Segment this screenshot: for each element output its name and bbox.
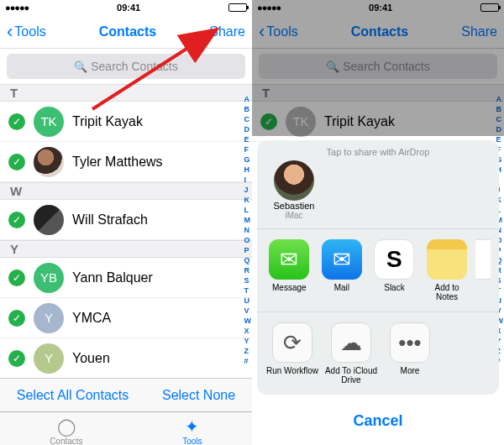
actions-row: ⟳ Run Workflow ☁ Add To iCloud Drive •••…: [257, 312, 499, 395]
index-letter[interactable]: V: [244, 306, 252, 316]
airdrop-item[interactable]: Sebastien iMac: [269, 160, 319, 220]
modal-backdrop[interactable]: [252, 0, 504, 136]
action-label: Add To iCloud Drive: [324, 366, 378, 385]
index-letter[interactable]: T: [244, 285, 252, 296]
index-letter[interactable]: A: [244, 94, 252, 104]
index-letter[interactable]: I: [244, 175, 252, 185]
index-letter[interactable]: F: [244, 144, 252, 154]
contacts-list: T ✓ TK Tripit Kayak ✓ Tyler Matthews W ✓…: [0, 84, 252, 378]
index-letter[interactable]: P: [244, 245, 252, 255]
avatar: [34, 205, 64, 235]
more-icon: •••: [390, 322, 430, 363]
contact-row[interactable]: ✓ YB Yann Balquer: [0, 258, 252, 298]
index-letter[interactable]: U: [244, 296, 252, 306]
contacts-icon: ◯: [56, 416, 76, 437]
app-label: Message: [272, 283, 307, 292]
tools-icon: ✦: [182, 416, 202, 437]
contact-name: Tripit Kayak: [72, 114, 143, 129]
contact-name: Tyler Matthews: [72, 154, 163, 170]
index-letter[interactable]: K: [244, 195, 252, 205]
avatar: [34, 147, 64, 177]
index-letter[interactable]: S: [244, 275, 252, 285]
index-letter[interactable]: X: [244, 326, 252, 336]
index-letter[interactable]: G: [244, 154, 252, 165]
check-icon[interactable]: ✓: [8, 212, 25, 228]
airdrop-row: Sebastien iMac: [257, 160, 499, 229]
share-app-notes[interactable]: Add to Notes: [423, 239, 471, 301]
index-letter[interactable]: Y: [244, 336, 252, 346]
index-letter[interactable]: B: [244, 104, 252, 114]
airdrop-avatar: [274, 160, 314, 201]
check-icon[interactable]: ✓: [8, 310, 25, 327]
share-sheet: Tap to share with AirDrop Sebastien iMac…: [257, 140, 499, 440]
search-icon: 🔍: [74, 60, 87, 73]
share-app-mail[interactable]: ✉ Mail: [318, 239, 366, 292]
index-letter[interactable]: O: [244, 235, 252, 245]
cancel-button[interactable]: Cancel: [257, 401, 499, 440]
index-letter[interactable]: #: [244, 356, 252, 366]
contact-row[interactable]: ✓ Tyler Matthews: [0, 142, 252, 182]
back-label: Tools: [14, 24, 45, 39]
apps-row: ✉ Message ✉ Mail S Slack Add to Notes: [257, 229, 499, 312]
index-letter[interactable]: C: [244, 114, 252, 124]
index-letter[interactable]: Z: [244, 346, 252, 356]
check-icon[interactable]: ✓: [8, 270, 25, 286]
share-card: Tap to share with AirDrop Sebastien iMac…: [257, 140, 499, 395]
select-all-button[interactable]: Select All Contacts: [17, 388, 129, 403]
index-letter[interactable]: L: [244, 205, 252, 215]
contact-row[interactable]: ✓ Y YMCA: [0, 298, 252, 338]
share-button[interactable]: Share: [209, 24, 245, 39]
contact-name: Youen: [72, 351, 110, 366]
notes-icon: [427, 239, 467, 280]
index-letter[interactable]: J: [244, 185, 252, 195]
back-button[interactable]: ‹ Tools: [7, 21, 46, 43]
index-letter[interactable]: Q: [244, 255, 252, 265]
share-app-more[interactable]: [475, 239, 491, 283]
bottom-actions: Select All Contacts Select None: [0, 378, 252, 411]
avatar: TK: [34, 107, 64, 137]
phone-right: ●●●●● 09:41 ‹ Tools Contacts Share 🔍 Sea…: [252, 0, 504, 445]
nav-bar: ‹ Tools Contacts Share: [0, 15, 252, 49]
mail-icon: ✉: [322, 239, 362, 280]
chevron-left-icon: ‹: [7, 21, 13, 43]
contact-row[interactable]: ✓ TK Tripit Kayak: [0, 102, 252, 142]
index-letter[interactable]: E: [244, 134, 252, 144]
tab-label: Contacts: [50, 437, 82, 445]
app-label: Add to Notes: [423, 283, 471, 301]
index-letter[interactable]: M: [244, 215, 252, 225]
select-none-button[interactable]: Select None: [162, 388, 235, 403]
share-app-slack[interactable]: S Slack: [370, 239, 418, 292]
index-letter[interactable]: R: [244, 265, 252, 275]
airdrop-name: Sebastien: [274, 201, 315, 211]
section-header-w: W: [0, 182, 252, 200]
battery-icon: [228, 3, 247, 12]
section-header-t: T: [0, 84, 252, 102]
action-label: Run Workflow: [266, 366, 318, 375]
index-strip[interactable]: ABCDEFGHIJKLMNOPQRSTUVWXYZ#: [244, 94, 252, 378]
section-header-y: Y: [0, 240, 252, 258]
index-letter[interactable]: H: [244, 165, 252, 175]
check-icon[interactable]: ✓: [8, 350, 25, 367]
contact-name: YMCA: [72, 311, 111, 326]
check-icon[interactable]: ✓: [8, 113, 25, 130]
workflow-icon: ⟳: [272, 322, 312, 363]
tab-bar: ◯ Contacts ✦ Tools: [0, 411, 252, 445]
contact-row[interactable]: ✓ Y Youen: [0, 338, 252, 378]
contact-row[interactable]: ✓ Will Strafach: [0, 200, 252, 240]
message-icon: ✉: [269, 239, 309, 280]
tab-tools[interactable]: ✦ Tools: [182, 416, 202, 445]
search-input[interactable]: 🔍 Search Contacts: [7, 54, 245, 79]
app-label: Mail: [334, 283, 349, 292]
search-placeholder: Search Contacts: [91, 60, 178, 73]
share-app-message[interactable]: ✉ Message: [265, 239, 313, 292]
action-icloud[interactable]: ☁ Add To iCloud Drive: [324, 322, 378, 385]
tab-contacts[interactable]: ◯ Contacts: [50, 416, 82, 445]
action-workflow[interactable]: ⟳ Run Workflow: [265, 322, 319, 375]
index-letter[interactable]: W: [244, 316, 252, 326]
index-letter[interactable]: N: [244, 225, 252, 235]
action-more[interactable]: ••• More: [383, 322, 437, 375]
avatar: YB: [34, 263, 64, 293]
avatar: Y: [34, 303, 64, 333]
check-icon[interactable]: ✓: [8, 154, 25, 170]
index-letter[interactable]: D: [244, 124, 252, 134]
